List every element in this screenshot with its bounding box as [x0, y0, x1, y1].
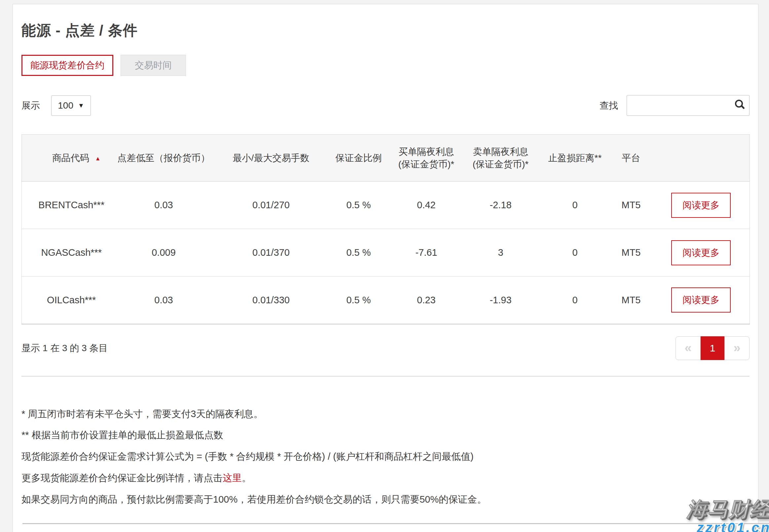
column-header-platform[interactable]: 平台 [610, 135, 653, 182]
read-more-button[interactable]: 阅读更多 [671, 287, 731, 313]
instruments-table: 商品代码▲ 点差低至（报价货币） 最小/最大交易手数 保证金比例 买单隔夜利息 … [21, 134, 750, 324]
cell-symbol: NGASCash*** [22, 229, 111, 277]
read-more-button[interactable]: 阅读更多 [671, 193, 731, 218]
header-row: 商品代码▲ 点差低至（报价货币） 最小/最大交易手数 保证金比例 买单隔夜利息 … [22, 135, 750, 182]
page-1-button[interactable]: 1 [701, 336, 724, 360]
footnote-margin-formula: 现货能源差价合约保证金需求计算公式为 = (手数 * 合约规模 * 开仓价格) … [21, 451, 750, 462]
tab-bar: 能源现货差价合约 交易时间 [21, 55, 750, 76]
show-label: 展示 [21, 99, 40, 112]
section-divider [21, 376, 750, 377]
table-row: OILCash*** 0.03 0.01/330 0.5 % 0.23 -1.9… [22, 277, 750, 324]
cell-swap-short: -2.18 [461, 182, 540, 229]
watermark-brand: 海马财经 [686, 499, 769, 519]
footnotes: * 周五闭市时若有未平仓头寸，需要支付3天的隔夜利息。 ** 根据当前市价设置挂… [21, 408, 750, 505]
cell-minmax: 0.01/270 [217, 182, 326, 229]
chevrons-left-icon: « [685, 341, 691, 355]
search-label: 查找 [600, 99, 618, 112]
tab-energy-spot-cfd[interactable]: 能源现货差价合约 [21, 55, 113, 76]
pagination-row: 显示 1 在 3 的 3 条目 « 1 » [21, 336, 750, 360]
cell-swap-short: 3 [461, 229, 540, 277]
cell-margin: 0.5 % [326, 277, 392, 324]
cell-stop-distance: 0 [540, 182, 610, 229]
cell-spread: 0.03 [111, 182, 217, 229]
column-header-margin[interactable]: 保证金比例 [326, 135, 392, 182]
footnote-swap-friday: * 周五闭市时若有未平仓头寸，需要支付3天的隔夜利息。 [21, 408, 750, 420]
here-link[interactable]: 这里 [223, 473, 242, 483]
read-more-button[interactable]: 阅读更多 [671, 240, 731, 265]
cell-actions: 阅读更多 [653, 229, 750, 277]
cell-platform: MT5 [610, 229, 653, 277]
table-controls: 展示 100 ▼ 查找 [21, 95, 750, 116]
cell-actions: 阅读更多 [653, 182, 750, 229]
cell-swap-long: 0.42 [392, 182, 461, 229]
search-input[interactable] [627, 95, 750, 116]
cell-symbol: BRENTCash*** [22, 182, 111, 229]
table-row: NGASCash*** 0.009 0.01/370 0.5 % -7.61 3… [22, 229, 750, 277]
table-summary: 显示 1 在 3 的 3 条目 [21, 342, 108, 354]
column-header-symbol[interactable]: 商品代码▲ [22, 135, 111, 182]
search-box [627, 95, 750, 116]
cell-stop-distance: 0 [540, 229, 610, 277]
page-size-value: 100 [58, 100, 73, 111]
page-size-group: 展示 100 ▼ [21, 95, 91, 116]
pagination: « 1 » [676, 336, 750, 360]
cell-stop-distance: 0 [540, 277, 610, 324]
cell-margin: 0.5 % [326, 229, 392, 277]
cell-platform: MT5 [610, 182, 653, 229]
column-header-actions [653, 135, 750, 182]
page-title: 能源 - 点差 / 条件 [21, 21, 750, 40]
footnote-stop-levels: ** 根据当前市价设置挂单的最低止损盈最低点数 [21, 429, 750, 441]
cell-swap-long: -7.61 [392, 229, 461, 277]
cell-actions: 阅读更多 [653, 277, 750, 324]
table-row: BRENTCash*** 0.03 0.01/270 0.5 % 0.42 -2… [22, 182, 750, 229]
watermark: 海马财经 zzrt01.cn [686, 499, 769, 532]
cell-minmax: 0.01/370 [217, 229, 326, 277]
column-header-spread[interactable]: 点差低至（报价货币） [111, 135, 217, 182]
cell-platform: MT5 [610, 277, 653, 324]
column-header-swap-short[interactable]: 卖单隔夜利息 (保证金货币)* [461, 135, 540, 182]
column-header-swap-long[interactable]: 买单隔夜利息 (保证金货币)* [392, 135, 461, 182]
column-header-minmax-lots[interactable]: 最小/最大交易手数 [217, 135, 326, 182]
cell-margin: 0.5 % [326, 182, 392, 229]
bottom-divider [22, 523, 769, 524]
cell-spread: 0.03 [111, 277, 217, 324]
chevron-down-icon: ▼ [78, 102, 84, 109]
cell-spread: 0.009 [111, 229, 217, 277]
column-header-symbol-label: 商品代码 [52, 153, 89, 163]
next-page-button[interactable]: » [724, 336, 750, 360]
sort-asc-icon: ▲ [95, 155, 101, 162]
chevrons-right-icon: » [733, 341, 740, 355]
column-header-stop-distance[interactable]: 止盈损距离** [540, 135, 610, 182]
prev-page-button[interactable]: « [676, 336, 701, 360]
cell-symbol: OILCash*** [22, 277, 111, 324]
footnote-hedged-margin: 如果交易同方向的商品，预付款比例需要高于100%，若使用差价合约锁仓交易的话，则… [21, 494, 750, 505]
content-card: 能源 - 点差 / 条件 能源现货差价合约 交易时间 展示 100 ▼ 查找 [13, 4, 758, 532]
tab-trading-hours[interactable]: 交易时间 [120, 55, 186, 76]
cell-swap-short: -1.93 [461, 277, 540, 324]
search-group: 查找 [600, 95, 750, 116]
page-size-select[interactable]: 100 ▼ [51, 95, 91, 116]
search-icon[interactable] [735, 100, 743, 108]
cell-minmax: 0.01/330 [217, 277, 326, 324]
footnote-margin-details: 更多现货能源差价合约保证金比例详情，请点击这里。 [21, 472, 750, 484]
cell-swap-long: 0.23 [392, 277, 461, 324]
watermark-url: zzrt01.cn [686, 521, 769, 532]
